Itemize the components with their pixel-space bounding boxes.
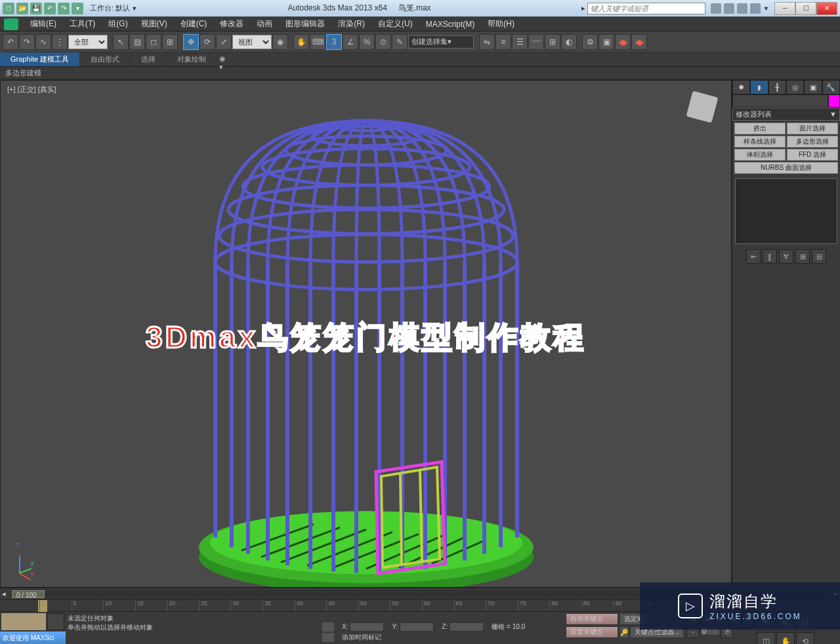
set-key-button[interactable]: 设置关键点 bbox=[566, 626, 618, 638]
show-result-icon[interactable]: ‖ bbox=[763, 249, 777, 264]
exchange-icon[interactable] bbox=[737, 3, 747, 14]
edit-named-icon[interactable]: ✎ bbox=[392, 34, 408, 50]
time-slider-thumb[interactable]: 0 / 100 bbox=[12, 590, 45, 598]
spinner-snap-icon[interactable]: ⊙ bbox=[375, 34, 391, 50]
configure-icon[interactable]: ⊟ bbox=[812, 249, 826, 264]
tab-modify-icon[interactable]: ◗ bbox=[750, 80, 768, 94]
coord-x[interactable] bbox=[350, 622, 384, 632]
add-time-tag[interactable]: 添加时间标记 bbox=[342, 633, 381, 642]
tab-paint[interactable]: 对象绘制 bbox=[167, 52, 217, 66]
mod-nurbs[interactable]: NURBS 曲面选择 bbox=[734, 162, 838, 174]
select-name-icon[interactable]: ▤ bbox=[129, 34, 145, 50]
help-chevron-icon[interactable]: ▼ bbox=[763, 5, 769, 12]
qat-open-icon[interactable]: 📂 bbox=[16, 3, 28, 14]
help-icon[interactable] bbox=[750, 3, 761, 14]
menu-customize[interactable]: 自定义(U) bbox=[371, 17, 419, 31]
move-icon[interactable]: ✥ bbox=[183, 34, 199, 50]
orbit-icon[interactable]: ⟲ bbox=[796, 632, 814, 644]
select-icon[interactable]: ↖ bbox=[113, 34, 129, 50]
menu-help[interactable]: 帮助(H) bbox=[481, 17, 521, 31]
tab-hierarchy-icon[interactable]: ╂ bbox=[768, 80, 786, 94]
menu-tools[interactable]: 工具(T) bbox=[63, 17, 102, 31]
key-icon[interactable]: 🔑 bbox=[620, 626, 629, 638]
app-logo-icon[interactable] bbox=[4, 18, 18, 30]
time-tag-icon[interactable] bbox=[322, 633, 334, 642]
menu-animation[interactable]: 动画 bbox=[250, 17, 279, 31]
menu-view[interactable]: 视图(V) bbox=[135, 17, 174, 31]
object-name-field[interactable] bbox=[732, 94, 828, 108]
redo-icon[interactable]: ↷ bbox=[19, 34, 35, 50]
mirror-icon[interactable]: ⇋ bbox=[479, 34, 495, 50]
mod-extrude[interactable]: 挤出 bbox=[734, 123, 786, 134]
selection-filter[interactable]: 全部 bbox=[68, 35, 108, 49]
qat-more-icon[interactable]: ▾ bbox=[72, 3, 83, 14]
minimize-button[interactable]: ─ bbox=[774, 2, 795, 15]
tab-freeform[interactable]: 自由形式 bbox=[80, 52, 131, 66]
modifier-list[interactable]: 修改器列表▼ bbox=[732, 108, 840, 121]
undo-icon[interactable]: ↶ bbox=[3, 34, 18, 50]
script-slot[interactable] bbox=[1, 613, 46, 630]
remove-icon[interactable]: ⊞ bbox=[795, 249, 810, 264]
render-icon[interactable]: 🫖 bbox=[615, 34, 631, 50]
snap-3d-icon[interactable]: 3 bbox=[326, 34, 342, 50]
align-icon[interactable]: ≡ bbox=[495, 34, 511, 50]
scale-icon[interactable]: ⤢ bbox=[216, 34, 232, 50]
qat-undo-icon[interactable]: ↶ bbox=[44, 3, 56, 14]
render-prod-icon[interactable]: 🫖 bbox=[631, 34, 647, 50]
modifier-stack[interactable] bbox=[735, 178, 837, 244]
mod-vol-select[interactable]: 体积选择 bbox=[734, 149, 786, 161]
unique-icon[interactable]: ∀ bbox=[779, 249, 793, 264]
render-setup-icon[interactable]: ⚙ bbox=[582, 34, 598, 50]
qat-redo-icon[interactable]: ↷ bbox=[58, 3, 70, 14]
menu-graph-editors[interactable]: 图形编辑器 bbox=[279, 17, 331, 31]
ref-coord[interactable]: 视图 bbox=[232, 35, 272, 49]
menu-group[interactable]: 组(G) bbox=[102, 17, 134, 31]
curve-editor-icon[interactable]: 〰 bbox=[528, 34, 544, 50]
schematic-icon[interactable]: ⊞ bbox=[545, 34, 560, 50]
tab-create-icon[interactable]: ✸ bbox=[732, 80, 750, 94]
pan-icon[interactable]: ✋ bbox=[776, 632, 795, 644]
fov-icon[interactable]: ◫ bbox=[757, 632, 775, 644]
favorite-icon[interactable] bbox=[724, 3, 734, 14]
workspace-chevron-icon[interactable]: ▼ bbox=[131, 5, 137, 12]
tab-graphite[interactable]: Graphite 建模工具 bbox=[0, 52, 80, 66]
qat-new-icon[interactable]: □ bbox=[3, 3, 14, 14]
angle-snap-icon[interactable]: ∠ bbox=[343, 34, 358, 50]
unlink-icon[interactable]: ⋮ bbox=[52, 34, 68, 50]
script-run-icon[interactable] bbox=[47, 613, 64, 630]
mod-ffd-select[interactable]: FFD 选择 bbox=[787, 149, 838, 161]
viewcube-icon[interactable] bbox=[686, 91, 719, 123]
lock-selection-icon[interactable] bbox=[322, 622, 334, 632]
select-window-icon[interactable]: ⊞ bbox=[162, 34, 178, 50]
mod-spline-select[interactable]: 样条线选择 bbox=[734, 136, 786, 148]
menu-edit[interactable]: 编辑(E) bbox=[24, 17, 63, 31]
manipulate-icon[interactable]: ✋ bbox=[293, 34, 309, 50]
rotate-icon[interactable]: ⟳ bbox=[200, 34, 215, 50]
material-icon[interactable]: ◐ bbox=[561, 34, 577, 50]
keyboard-icon[interactable]: ⌨ bbox=[310, 34, 326, 50]
named-selection[interactable]: 创建选择集 ▾ bbox=[408, 35, 474, 49]
pin-icon[interactable]: ⇤ bbox=[746, 249, 761, 264]
menu-rendering[interactable]: 渲染(R) bbox=[331, 17, 371, 31]
tab-motion-icon[interactable]: ◎ bbox=[786, 80, 804, 94]
menu-maxscript[interactable]: MAXScript(M) bbox=[419, 18, 482, 30]
maximize-button[interactable]: ☐ bbox=[795, 2, 816, 15]
percent-snap-icon[interactable]: % bbox=[359, 34, 375, 50]
polygon-modeling-label[interactable]: 多边形建模 bbox=[5, 69, 41, 77]
connect-icon[interactable] bbox=[711, 3, 721, 14]
viewport[interactable]: [+] [正交] [真实] bbox=[0, 80, 732, 588]
close-button[interactable]: ✕ bbox=[816, 2, 837, 15]
timeline-prev-icon[interactable]: ◂ bbox=[0, 590, 8, 598]
coord-y[interactable] bbox=[400, 622, 434, 632]
workspace-label[interactable]: 工作台: 默认 bbox=[90, 3, 130, 13]
tab-display-icon[interactable]: ▣ bbox=[804, 80, 822, 94]
auto-key-button[interactable]: 自动关键点 bbox=[566, 613, 618, 625]
tab-utilities-icon[interactable]: 🔧 bbox=[822, 80, 840, 94]
color-swatch[interactable] bbox=[828, 94, 840, 108]
layers-icon[interactable]: ☰ bbox=[512, 34, 528, 50]
menu-create[interactable]: 创建(C) bbox=[174, 17, 214, 31]
select-rect-icon[interactable]: ◻ bbox=[146, 34, 161, 50]
menu-modifiers[interactable]: 修改器 bbox=[213, 17, 250, 31]
ribbon-expand-icon[interactable]: ◉ ▾ bbox=[217, 52, 233, 66]
pivot-icon[interactable]: ◉ bbox=[272, 34, 288, 50]
